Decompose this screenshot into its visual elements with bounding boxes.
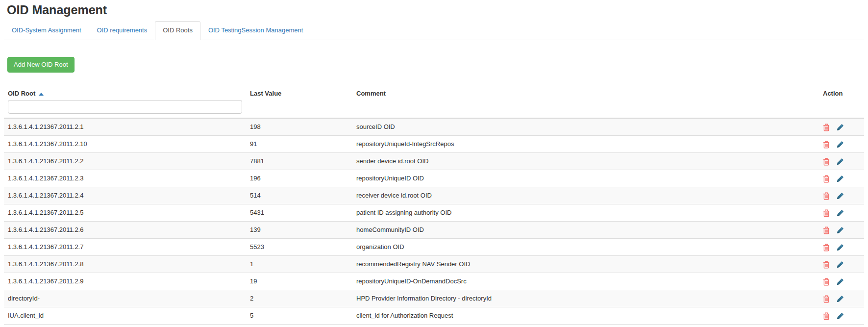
- edit-button[interactable]: [837, 124, 844, 131]
- comment-cell: organization OID: [352, 239, 819, 256]
- action-cell: [819, 187, 864, 204]
- pencil-icon: [837, 209, 844, 217]
- oid-root-cell: 1.3.6.1.4.1.21367.2011.2.6: [4, 222, 246, 239]
- pencil-icon: [837, 192, 844, 200]
- sort-ascending-icon[interactable]: [39, 93, 44, 96]
- pencil-icon: [837, 175, 844, 182]
- delete-button[interactable]: [823, 158, 830, 166]
- pencil-icon: [837, 141, 844, 148]
- oid-management-page: OID Management OID-System Assignment OID…: [0, 2, 868, 325]
- delete-button[interactable]: [823, 192, 830, 200]
- delete-button[interactable]: [823, 261, 830, 269]
- oid-root-cell: 1.3.6.1.4.1.21367.2011.2.10: [4, 136, 246, 153]
- comment-cell: sourceID OID: [352, 118, 819, 136]
- comment-cell: recommendedRegistry NAV Sender OID: [352, 256, 819, 273]
- action-cell: [819, 204, 864, 222]
- tab-oid-testingsession-management[interactable]: OID TestingSession Management: [200, 21, 311, 40]
- table-row: 1.3.6.1.4.1.21367.2011.2.7 5523 organiza…: [4, 239, 864, 256]
- action-cell: [819, 136, 864, 153]
- edit-button[interactable]: [837, 278, 844, 285]
- column-header-oid-root[interactable]: OID Root: [4, 85, 246, 100]
- last-value-cell: 5: [246, 307, 352, 325]
- action-cell: [819, 170, 864, 187]
- edit-button[interactable]: [837, 295, 844, 302]
- comment-cell: repositoryUniqueID-OnDemandDocSrc: [352, 273, 819, 290]
- action-cell: [819, 290, 864, 307]
- trash-icon: [823, 244, 830, 252]
- delete-button[interactable]: [823, 244, 830, 252]
- trash-icon: [823, 295, 830, 303]
- column-header-last-value: Last Value: [246, 85, 352, 100]
- column-header-oid-root-label[interactable]: OID Root: [8, 90, 35, 97]
- table-row: 1.3.6.1.4.1.21367.2011.2.10 91 repositor…: [4, 136, 864, 153]
- edit-button[interactable]: [837, 158, 844, 165]
- edit-button[interactable]: [837, 244, 844, 251]
- delete-button[interactable]: [823, 312, 830, 320]
- comment-cell: client_id for Authorization Request: [352, 307, 819, 325]
- tab-oid-testingsession-management-label[interactable]: OID TestingSession Management: [200, 21, 311, 40]
- last-value-cell: 19: [246, 273, 352, 290]
- pencil-icon: [837, 244, 844, 251]
- trash-icon: [823, 158, 830, 166]
- oid-root-cell: 1.3.6.1.4.1.21367.2011.2.1: [4, 118, 246, 136]
- edit-button[interactable]: [837, 312, 844, 320]
- last-value-cell: 7881: [246, 153, 352, 170]
- tab-oid-system-assignment[interactable]: OID-System Assignment: [4, 21, 89, 40]
- column-header-comment: Comment: [352, 85, 819, 100]
- table-row: 1.3.6.1.4.1.21367.2011.2.1 198 sourceID …: [4, 118, 864, 136]
- oid-root-cell: 1.3.6.1.4.1.21367.2011.2.8: [4, 256, 246, 273]
- oid-root-cell: 1.3.6.1.4.1.21367.2011.2.9: [4, 273, 246, 290]
- trash-icon: [823, 278, 830, 286]
- edit-button[interactable]: [837, 141, 844, 148]
- edit-button[interactable]: [837, 261, 844, 268]
- action-cell: [819, 273, 864, 290]
- action-cell: [819, 118, 864, 136]
- comment-cell: receiver device id.root OID: [352, 187, 819, 204]
- edit-button[interactable]: [837, 209, 844, 217]
- table-row: 1.3.6.1.4.1.21367.2011.2.8 1 recommended…: [4, 256, 864, 273]
- oid-root-cell: 1.3.6.1.4.1.21367.2011.2.5: [4, 204, 246, 222]
- tab-oid-requirements-label[interactable]: OID requirements: [89, 21, 155, 40]
- table-row: 1.3.6.1.4.1.21367.2011.2.6 139 homeCommu…: [4, 222, 864, 239]
- edit-button[interactable]: [837, 175, 844, 182]
- comment-cell: repositoryUniqueID OID: [352, 170, 819, 187]
- tab-oid-roots[interactable]: OID Roots: [155, 21, 200, 40]
- delete-button[interactable]: [823, 295, 830, 303]
- tab-oid-system-assignment-label[interactable]: OID-System Assignment: [4, 21, 89, 40]
- delete-button[interactable]: [823, 209, 830, 217]
- pencil-icon: [837, 312, 844, 320]
- comment-cell: patient ID assigning authority OID: [352, 204, 819, 222]
- pencil-icon: [837, 278, 844, 285]
- table-filter-row: [4, 100, 864, 118]
- tab-oid-roots-label[interactable]: OID Roots: [155, 21, 200, 40]
- delete-button[interactable]: [823, 175, 830, 183]
- delete-button[interactable]: [823, 278, 830, 286]
- comment-cell: HPD Provider Information Directory - dir…: [352, 290, 819, 307]
- oid-root-filter-input[interactable]: [8, 100, 242, 114]
- tab-bar: OID-System Assignment OID requirements O…: [4, 21, 864, 40]
- delete-button[interactable]: [823, 124, 830, 131]
- oid-table-body: 1.3.6.1.4.1.21367.2011.2.1 198 sourceID …: [4, 118, 864, 325]
- oid-root-cell: IUA.client_id: [4, 307, 246, 325]
- edit-button[interactable]: [837, 226, 844, 234]
- add-new-oid-root-button[interactable]: Add New OID Root: [7, 57, 74, 73]
- last-value-cell: 91: [246, 136, 352, 153]
- pencil-icon: [837, 124, 844, 131]
- last-value-cell: 139: [246, 222, 352, 239]
- last-value-cell: 2: [246, 290, 352, 307]
- delete-button[interactable]: [823, 226, 830, 234]
- last-value-cell: 5431: [246, 204, 352, 222]
- oid-root-cell: 1.3.6.1.4.1.21367.2011.2.2: [4, 153, 246, 170]
- trash-icon: [823, 175, 830, 183]
- delete-button[interactable]: [823, 141, 830, 149]
- oid-root-cell: directoryId-: [4, 290, 246, 307]
- table-row: 1.3.6.1.4.1.21367.2011.2.4 514 receiver …: [4, 187, 864, 204]
- edit-button[interactable]: [837, 192, 844, 200]
- trash-icon: [823, 312, 830, 320]
- pencil-icon: [837, 261, 844, 268]
- trash-icon: [823, 226, 830, 234]
- column-header-action: Action: [819, 85, 864, 100]
- action-cell: [819, 239, 864, 256]
- tab-oid-requirements[interactable]: OID requirements: [89, 21, 155, 40]
- last-value-cell: 5523: [246, 239, 352, 256]
